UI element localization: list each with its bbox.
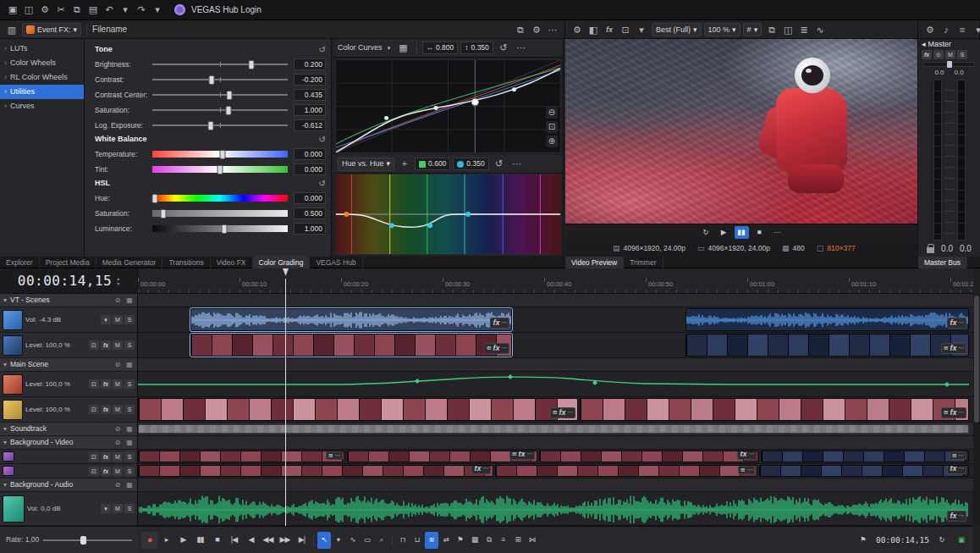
save-icon[interactable]: ◫ [21,3,36,18]
timecode-spinner[interactable]: ▴ ▾ [117,276,119,286]
sidebar-item-luts[interactable]: ›LUTs [0,41,84,56]
mute-button[interactable]: M [113,315,123,324]
reset-icon[interactable]: ↺ [319,135,326,144]
color-picker-icon[interactable]: + [397,157,412,172]
copy-icon[interactable]: ⧉ [69,3,85,18]
hue-vs-hue-graph[interactable] [335,174,561,255]
video-fx-icon[interactable]: fx [602,22,617,37]
fit-view-icon[interactable]: ⊡ [546,121,558,133]
stream-caret-icon[interactable]: ▾ [101,504,111,513]
rate-slider-thumb[interactable] [80,536,86,545]
quantize-to-frames-button[interactable]: ⊔ [410,532,424,549]
audio-event[interactable]: fx⋯ [190,308,512,331]
bypass-motion-blur-icon[interactable]: ⊘ [113,426,122,433]
sidebar-item-color-wheels[interactable]: ›Color Wheels [0,56,84,70]
compositing-mode-icon[interactable]: ▦ [125,482,134,489]
timeline-row-8[interactable]: ⊞⋯⊞fx⋯fx⋯⊞⋯ [138,450,973,464]
audio-event[interactable]: fx⋯ [685,308,969,331]
video-event[interactable]: fx⋯ [138,465,493,477]
preview-grid-dropdown[interactable]: # ▾ [743,23,763,36]
solo-button[interactable]: S [124,379,135,389]
vegas-hub-icon[interactable] [174,4,185,15]
stop-button[interactable]: ■ [209,532,225,549]
event-badge[interactable]: fx⋯ [947,318,966,329]
track-thumbnail[interactable] [3,400,23,420]
group-header-soundtrack[interactable]: ▾Soundtrack⊘▦ [0,423,137,436]
master-mute-button[interactable]: M [945,50,955,59]
master-meter-left[interactable] [933,80,942,241]
zoom-in-icon[interactable]: ⊕ [546,135,558,147]
compositing-mode-icon[interactable]: ▦ [125,297,134,304]
external-monitor-icon[interactable]: ▣ [955,532,968,549]
collapse-caret-icon[interactable]: ▾ [3,426,7,433]
more-icon[interactable]: ⋯ [959,453,965,459]
play-button[interactable]: ▶ [175,532,191,549]
video-event[interactable]: ⊞fx⋯ [347,451,537,462]
ignore-event-grouping-button[interactable]: ⇄ [439,532,453,549]
save-snapshot-icon[interactable]: ◫ [780,22,796,37]
video-event[interactable]: fx⋯ [759,465,969,477]
timeline-row-9[interactable]: fx⋯⊞⋯fx⋯ [138,464,973,478]
slider-brightness[interactable] [152,58,288,70]
crop-icon[interactable]: ⊞ [741,467,745,473]
reset-icon[interactable]: ↺ [319,180,326,188]
pause-button[interactable]: ▮▮ [192,532,208,549]
fx-icon[interactable]: fx [950,319,956,327]
track-thumbnail[interactable] [3,495,25,523]
fx-icon[interactable]: fx [493,345,499,352]
slider-thumb[interactable] [160,209,166,218]
lock-icon[interactable] [927,247,934,253]
video-event[interactable]: ⊞fx⋯ [580,398,969,421]
timecode-display[interactable]: 00:00:14,15 ▴ ▾ [0,268,137,294]
fx-icon[interactable]: fx [950,512,956,520]
fx-icon[interactable]: fx [493,319,499,327]
time-ruler[interactable]: 00:00:0000:00:1000:00:2000:00:3000:00:40… [138,268,973,294]
bypass-motion-blur-icon[interactable]: ⊘ [113,482,122,489]
track-thumbnail[interactable] [3,451,14,462]
rate-slider[interactable] [43,539,132,541]
event-badge[interactable]: ⊞fx⋯ [484,343,509,354]
group-header-background-audio[interactable]: ▾Background - Audio⊘▦ [0,478,137,492]
track-fx-button[interactable]: fx [101,405,111,414]
master-fader-thumb[interactable] [947,61,952,68]
slider-temperature[interactable] [152,148,288,160]
auto-ripple-button[interactable]: ≋ [425,532,438,549]
slider-thumb[interactable] [227,91,233,100]
selection-tool-button[interactable]: ↖ [317,532,331,549]
solo-button[interactable]: S [124,504,135,513]
slider-thumb[interactable] [209,75,215,85]
loop-region-icon[interactable]: ↻ [935,532,949,549]
collapse-caret-icon[interactable]: ▾ [3,362,7,368]
stream-caret-icon[interactable]: ▾ [101,315,111,324]
slider-thumb[interactable] [248,60,254,69]
vegas-hub-login-button[interactable]: VEGAS Hub Login [191,6,262,14]
collapse-caret-icon[interactable]: ▾ [3,297,7,304]
slider-thumb[interactable] [217,165,223,174]
track-header-4[interactable]: Level: 100,0 %⊡fxMS [0,372,137,397]
master-fx-button[interactable]: fx [922,50,932,59]
track-header-5[interactable]: Level: 100,0 %⊡fxMS [0,397,137,423]
solo-button[interactable]: S [124,315,135,324]
tab-media-generator[interactable]: Media Generator [96,257,163,268]
crop-icon[interactable]: ⊞ [512,451,516,457]
preview-settings-icon[interactable]: ⚙ [570,22,585,37]
event-badge[interactable]: ⊞fx⋯ [550,407,575,418]
tab-transitions[interactable]: Transitions [162,257,210,268]
curve-y-value-box[interactable]: ↕ 0.350 [460,41,493,54]
tab-project-media[interactable]: Project Media [40,257,96,268]
playhead-cursor[interactable] [285,279,286,526]
copy-button[interactable]: ⧉ [482,532,496,549]
fx-icon[interactable]: fx [518,451,525,458]
preview-quality-dropdown[interactable]: Best (Full) ▾ [652,23,702,36]
marker-icon[interactable]: ⚑ [856,532,870,549]
go-to-end-button[interactable]: ▶| [294,532,310,549]
split-screen-icon[interactable]: ◧ [586,22,601,37]
track-thumbnail[interactable] [3,310,23,330]
pan-crop-icon[interactable]: ⊡ [618,22,633,37]
paste-icon[interactable]: ▤ [85,3,101,18]
reset-icon[interactable]: ↺ [496,41,511,56]
solo-button[interactable]: S [124,452,135,462]
compositing-icon[interactable]: ⊡ [89,467,99,476]
crop-icon[interactable]: ⊞ [944,346,948,351]
more-icon[interactable]: ⋯ [514,41,529,56]
